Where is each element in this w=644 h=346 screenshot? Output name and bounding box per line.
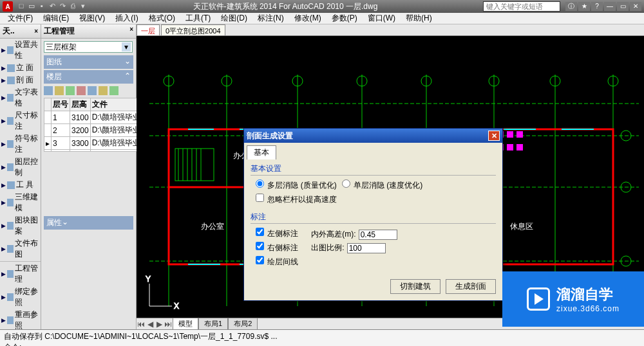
qat-redo-icon[interactable]: ↷ — [58, 2, 67, 11]
quick-access-toolbar: □ ▭ ▪ ↶ ↷ ⎙ ▾ — [17, 2, 88, 11]
check-right-annot[interactable]: 右侧标注 — [256, 241, 298, 255]
qat-print-icon[interactable]: ⎙ — [68, 2, 77, 11]
watermark-badge: 溜溜自学 zixue.3d66.com — [502, 271, 644, 327]
app-logo-icon: A — [3, 1, 13, 12]
chevron-down-icon[interactable]: ▾ — [122, 42, 131, 51]
floor-tool-icon[interactable] — [88, 86, 97, 95]
qat-undo-icon[interactable]: ↶ — [48, 2, 57, 11]
tab-nav-prev-icon[interactable]: ◀ — [146, 320, 155, 329]
menu-file[interactable]: 文件(F) — [4, 13, 37, 24]
project-manager-panel: 工程管理× 三层框架▾ 图纸⌄ 楼层⌃ 层号层高文件 13100D:\颜培强毕业… — [41, 24, 137, 329]
qat-save-icon[interactable]: ▪ — [37, 2, 46, 11]
tool-item[interactable]: ▶绑定参照 — [0, 286, 41, 309]
menu-help[interactable]: 帮助(H) — [402, 13, 436, 24]
layout-tab[interactable]: 布局1 — [198, 318, 228, 330]
check-left-annot[interactable]: 左侧标注 — [256, 226, 298, 241]
menu-draw[interactable]: 绘图(D) — [217, 13, 251, 24]
layout-tab-model[interactable]: 模型 — [173, 318, 198, 330]
menu-insert[interactable]: 插入(I) — [111, 13, 142, 24]
svg-text:办公室: 办公室 — [201, 222, 224, 231]
dialog-tab-basic[interactable]: 基本 — [247, 145, 276, 159]
menu-bar: 文件(F) 编辑(E) 视图(V) 插入(I) 格式(O) 工具(T) 绘图(D… — [0, 13, 644, 24]
tab-nav-next-icon[interactable]: ▶ — [155, 320, 164, 329]
dialog-close-button[interactable]: ✕ — [488, 131, 500, 141]
svg-text:休息区: 休息区 — [510, 222, 533, 231]
radio-multi-hide[interactable]: 多层消隐 (质量优化) — [256, 179, 337, 191]
tool-item[interactable]: ▶文件布图 — [0, 237, 41, 260]
qat-more-icon[interactable]: ▾ — [79, 2, 88, 11]
floor-tool-icon[interactable] — [55, 86, 64, 95]
qat-new-icon[interactable]: □ — [17, 2, 26, 11]
left-panel-close-icon[interactable]: × — [34, 28, 38, 35]
close-button[interactable]: ✕ — [630, 2, 641, 11]
drawing-tab[interactable]: 一层 — [137, 24, 160, 35]
tool-item[interactable]: ▶剖 面 — [0, 74, 41, 86]
label-height: 内外高差(m): — [311, 229, 355, 240]
check-ignore-rail[interactable]: 忽略栏杆以提高速度 — [256, 194, 337, 205]
command-line[interactable]: 自动保存到 C:\DOCUME~1\ADMINI~1\LOCALS~1\Temp… — [0, 329, 644, 346]
tool-item[interactable]: ▶文字表格 — [0, 86, 41, 109]
title-bar: A □ ▭ ▪ ↶ ↷ ⎙ ▾ 天正软件-建筑系统 2014 For AutoC… — [0, 0, 644, 13]
floor-toolbar — [41, 85, 136, 96]
star-icon[interactable]: ★ — [578, 2, 590, 11]
project-panel-header: 工程管理× — [41, 24, 136, 39]
menu-dim[interactable]: 标注(N) — [254, 13, 288, 24]
tool-item[interactable]: ▶三维建模 — [0, 191, 41, 214]
section-properties[interactable]: 属性⌄ — [44, 216, 133, 230]
section-floors[interactable]: 楼层⌃ — [44, 70, 133, 84]
layout-tab[interactable]: 布局2 — [228, 318, 258, 330]
menu-view[interactable]: 视图(V) — [75, 13, 109, 24]
tool-item[interactable]: ▶工 具 — [0, 179, 41, 191]
drawing-tab[interactable]: 0平立剖总图2004 — [161, 24, 225, 35]
svg-text:X: X — [174, 302, 179, 311]
cut-building-button[interactable]: 切割建筑 — [390, 279, 440, 294]
svg-rect-45 — [507, 131, 513, 138]
maximize-button[interactable]: ▭ — [617, 2, 629, 11]
cmd-prompt: 命令: — [4, 342, 640, 346]
menu-window[interactable]: 窗口(W) — [364, 13, 399, 24]
tool-item[interactable]: ▶图块图案 — [0, 214, 41, 237]
tab-nav-last-icon[interactable]: ⏭ — [164, 320, 173, 329]
menu-tool[interactable]: 工具(T) — [182, 13, 214, 24]
floor-tool-icon[interactable] — [109, 86, 118, 95]
tool-item[interactable]: ▶重画参照 — [0, 309, 41, 329]
menu-format[interactable]: 格式(O) — [145, 13, 179, 24]
dialog-titlebar[interactable]: 剖面生成设置 ✕ — [244, 129, 502, 143]
tangent-tool-panel: 天..× ▶设置共性▶立 面▶剖 面▶文字表格▶尺寸标注▶符号标注▶图层控制▶工… — [0, 24, 41, 329]
project-panel-close-icon[interactable]: × — [129, 26, 133, 37]
svg-rect-46 — [516, 131, 523, 138]
section-settings-dialog: 剖面生成设置 ✕ 基本 基本设置 多层消隐 (质量优化) 单层消隐 (速度优化)… — [243, 128, 503, 301]
info-icon[interactable]: ⓘ — [565, 2, 577, 11]
tool-item[interactable]: ▶工程管理 — [0, 262, 41, 286]
floor-tool-icon[interactable] — [66, 86, 75, 95]
menu-modify[interactable]: 修改(M) — [290, 13, 325, 24]
floor-tool-icon[interactable] — [99, 86, 108, 95]
play-icon — [527, 287, 550, 311]
tool-item[interactable]: ▶符号标注 — [0, 132, 41, 156]
floor-tool-icon[interactable] — [77, 86, 86, 95]
tool-item[interactable]: ▶尺寸标注 — [0, 109, 41, 132]
help-icon[interactable]: ? — [591, 2, 603, 11]
check-floor-line[interactable]: 绘层间线 — [256, 255, 298, 269]
tool-item[interactable]: ▶图层控制 — [0, 156, 41, 179]
minimize-button[interactable]: — — [604, 2, 616, 11]
label-scale: 出图比例: — [311, 242, 344, 253]
drawing-tabs: 一层 0平立剖总图2004 — [137, 24, 644, 36]
tool-item[interactable]: ▶立 面 — [0, 62, 41, 74]
section-drawings[interactable]: 图纸⌄ — [44, 55, 133, 69]
tool-item[interactable]: ▶设置共性 — [0, 39, 41, 62]
menu-edit[interactable]: 编辑(E) — [39, 13, 73, 24]
svg-text:Y: Y — [146, 275, 151, 284]
qat-open-icon[interactable]: ▭ — [27, 2, 36, 11]
project-combo[interactable]: 三层框架▾ — [44, 41, 133, 53]
input-height[interactable] — [359, 230, 397, 240]
floor-tool-icon[interactable] — [44, 86, 53, 95]
input-scale[interactable] — [347, 243, 386, 253]
radio-single-hide[interactable]: 单层消隐 (速度优化) — [342, 179, 423, 191]
svg-rect-49 — [516, 144, 523, 150]
tab-nav-first-icon[interactable]: ⏮ — [137, 320, 146, 329]
menu-param[interactable]: 参数(P) — [328, 13, 361, 24]
help-search-input[interactable] — [483, 1, 560, 12]
group-basic-label: 基本设置 — [251, 163, 496, 176]
generate-section-button[interactable]: 生成剖面 — [446, 279, 496, 294]
